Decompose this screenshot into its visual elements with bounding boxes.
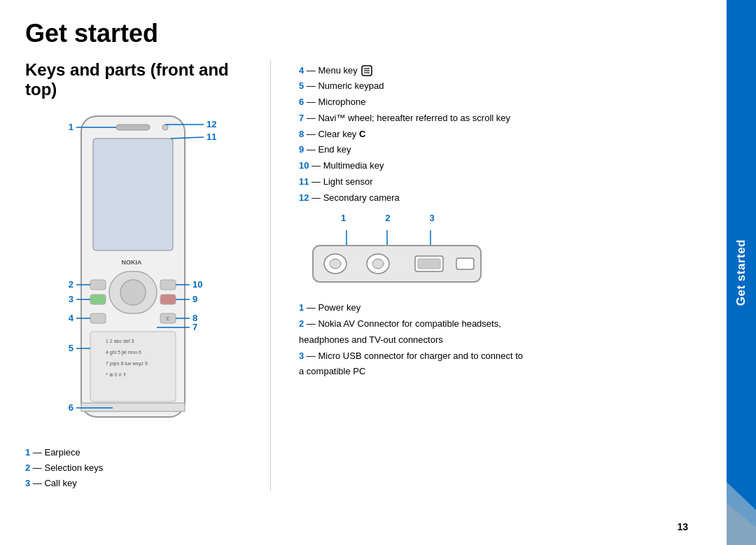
top-num-3: 3 [429, 213, 434, 223]
svg-point-3 [162, 125, 168, 130]
bottom-item-2: 2 — Nokia AV Connector for compatible he… [299, 316, 704, 348]
svg-text:5: 5 [69, 343, 74, 353]
parts-list: 4 — Menu key 5 — Numeric keypad 6 — Micr… [299, 63, 704, 206]
svg-rect-19 [81, 403, 185, 411]
svg-text:4 ghi  5 jkl  mno 6: 4 ghi 5 jkl mno 6 [106, 350, 141, 355]
svg-rect-13 [90, 313, 106, 323]
svg-text:*  ⊕   0      # ⇑: * ⊕ 0 # ⇑ [106, 372, 127, 377]
svg-text:C: C [166, 316, 169, 321]
bottom-item-3: 3 — Micro USB connector for charger and … [299, 348, 704, 381]
list-item: 6 — Microphone [299, 94, 704, 111]
label-1: 1 — Earpiece [25, 445, 242, 460]
connector-svg [299, 225, 523, 288]
svg-point-6 [120, 280, 146, 305]
svg-text:7 pqrs 8 tuv  wxyz 9: 7 pqrs 8 tuv wxyz 9 [106, 361, 148, 367]
top-num-1: 1 [341, 213, 346, 223]
top-num-2: 2 [385, 213, 390, 223]
svg-text:3: 3 [69, 294, 74, 304]
menu-key-icon [361, 65, 372, 76]
main-content: Get started Keys and parts (front and to… [0, 0, 727, 545]
right-column: 4 — Menu key 5 — Numeric keypad 6 — Micr… [299, 60, 704, 491]
label-2: 2 — Selection keys [25, 460, 242, 476]
list-item: 4 — Menu key [299, 63, 704, 79]
svg-text:4: 4 [69, 313, 74, 323]
bottom-labels: 1 — Power key 2 — Nokia AV Connector for… [299, 300, 704, 380]
svg-rect-7 [90, 280, 106, 290]
svg-rect-9 [90, 295, 106, 304]
list-item: 7 — Navi™ wheel; hereafter referred to a… [299, 111, 704, 127]
list-item: 11 — Light sensor [299, 174, 704, 190]
list-item: 8 — Clear key C [299, 127, 704, 143]
svg-text:1    2 abc   def 3: 1 2 abc def 3 [106, 339, 134, 344]
page-container: Get started Keys and parts (front and to… [0, 0, 756, 545]
phone-diagram: NOKIA C [43, 111, 225, 435]
content-row: Keys and parts (front and top) NOKIA [25, 60, 704, 491]
bottom-item-1: 1 — Power key [299, 300, 704, 316]
svg-text:12: 12 [206, 119, 216, 129]
left-column: Keys and parts (front and top) NOKIA [25, 60, 242, 491]
svg-text:1: 1 [69, 122, 74, 132]
svg-rect-8 [160, 280, 176, 290]
list-item: 10 — Multimedia key [299, 158, 704, 174]
section-title: Keys and parts (front and top) [25, 60, 242, 99]
list-item: 5 — Numeric keypad [299, 78, 704, 94]
svg-point-57 [372, 259, 384, 269]
column-divider [270, 60, 271, 491]
sidebar-tab: Get started [727, 0, 756, 545]
page-title: Get started [25, 20, 704, 48]
svg-rect-2 [116, 125, 150, 130]
list-item: 9 — End key [299, 142, 704, 158]
svg-text:10: 10 [192, 279, 202, 290]
svg-text:2: 2 [69, 279, 74, 290]
diagram-labels: 1 — Earpiece 2 — Selection keys 3 — Call… [25, 445, 242, 491]
phone-svg: NOKIA C [43, 111, 225, 432]
list-item: 12 — Secondary camera [299, 190, 704, 206]
page-number: 13 [677, 521, 688, 532]
sidebar-decoration [727, 419, 756, 545]
svg-text:11: 11 [206, 132, 216, 142]
svg-rect-10 [160, 295, 176, 304]
label-3: 3 — Call key [25, 476, 242, 491]
svg-rect-59 [418, 259, 440, 269]
svg-text:9: 9 [192, 294, 197, 304]
top-diagram-container: 1 2 3 [299, 213, 704, 290]
svg-rect-60 [456, 258, 474, 269]
svg-text:NOKIA: NOKIA [122, 259, 143, 266]
svg-point-55 [330, 259, 341, 269]
svg-rect-1 [93, 139, 173, 250]
svg-text:7: 7 [192, 322, 197, 332]
sidebar-label: Get started [734, 239, 748, 306]
svg-text:6: 6 [69, 402, 74, 413]
